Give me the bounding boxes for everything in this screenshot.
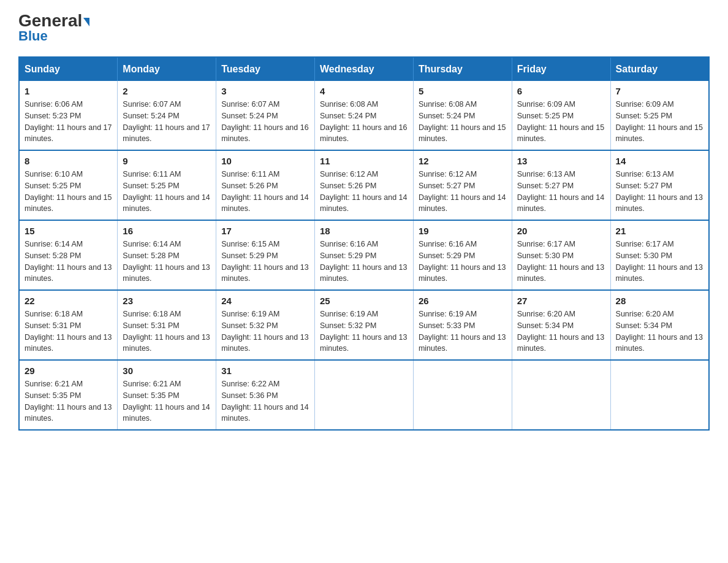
calendar-cell: 16Sunrise: 6:14 AMSunset: 5:28 PMDayligh…: [118, 220, 216, 290]
day-info: Sunrise: 6:16 AMSunset: 5:29 PMDaylight:…: [419, 239, 507, 285]
day-number: 7: [616, 86, 703, 96]
calendar-cell: 10Sunrise: 6:11 AMSunset: 5:26 PMDayligh…: [216, 150, 315, 220]
day-number: 16: [123, 226, 211, 236]
calendar-cell: 29Sunrise: 6:21 AMSunset: 5:35 PMDayligh…: [19, 360, 118, 430]
day-info: Sunrise: 6:14 AMSunset: 5:28 PMDaylight:…: [123, 239, 211, 285]
calendar-header-friday: Friday: [512, 57, 610, 81]
calendar-header-wednesday: Wednesday: [315, 57, 414, 81]
day-number: 31: [221, 366, 309, 376]
calendar-week-row: 15Sunrise: 6:14 AMSunset: 5:28 PMDayligh…: [19, 220, 709, 290]
calendar-week-row: 22Sunrise: 6:18 AMSunset: 5:31 PMDayligh…: [19, 290, 709, 360]
day-number: 4: [320, 86, 408, 96]
calendar-cell: 18Sunrise: 6:16 AMSunset: 5:29 PMDayligh…: [315, 220, 414, 290]
calendar-header-thursday: Thursday: [413, 57, 512, 81]
day-number: 18: [320, 226, 408, 236]
calendar-header-row: SundayMondayTuesdayWednesdayThursdayFrid…: [19, 57, 709, 81]
calendar-table: SundayMondayTuesdayWednesdayThursdayFrid…: [18, 56, 710, 431]
day-number: 5: [419, 86, 507, 96]
day-number: 28: [616, 296, 703, 306]
calendar-cell: 22Sunrise: 6:18 AMSunset: 5:31 PMDayligh…: [19, 290, 118, 360]
calendar-week-row: 29Sunrise: 6:21 AMSunset: 5:35 PMDayligh…: [19, 360, 709, 430]
calendar-cell: 5Sunrise: 6:08 AMSunset: 5:24 PMDaylight…: [413, 81, 512, 150]
calendar-cell: 6Sunrise: 6:09 AMSunset: 5:25 PMDaylight…: [512, 81, 610, 150]
day-number: 9: [123, 156, 211, 166]
day-number: 21: [616, 226, 703, 236]
calendar-cell: 7Sunrise: 6:09 AMSunset: 5:25 PMDaylight…: [610, 81, 709, 150]
day-number: 8: [25, 156, 112, 166]
calendar-cell: 31Sunrise: 6:22 AMSunset: 5:36 PMDayligh…: [216, 360, 315, 430]
day-info: Sunrise: 6:06 AMSunset: 5:23 PMDaylight:…: [25, 99, 112, 145]
day-number: 24: [221, 296, 309, 306]
day-number: 22: [25, 296, 112, 306]
calendar-cell: 15Sunrise: 6:14 AMSunset: 5:28 PMDayligh…: [19, 220, 118, 290]
calendar-header-tuesday: Tuesday: [216, 57, 315, 81]
calendar-cell: 27Sunrise: 6:20 AMSunset: 5:34 PMDayligh…: [512, 290, 610, 360]
day-info: Sunrise: 6:10 AMSunset: 5:25 PMDaylight:…: [25, 169, 112, 215]
calendar-cell: 26Sunrise: 6:19 AMSunset: 5:33 PMDayligh…: [413, 290, 512, 360]
day-info: Sunrise: 6:17 AMSunset: 5:30 PMDaylight:…: [517, 239, 605, 285]
day-number: 20: [517, 226, 605, 236]
calendar-cell: 28Sunrise: 6:20 AMSunset: 5:34 PMDayligh…: [610, 290, 709, 360]
day-number: 6: [517, 86, 605, 96]
day-info: Sunrise: 6:15 AMSunset: 5:29 PMDaylight:…: [221, 239, 309, 285]
day-info: Sunrise: 6:19 AMSunset: 5:32 PMDaylight:…: [221, 308, 309, 354]
calendar-cell: 20Sunrise: 6:17 AMSunset: 5:30 PMDayligh…: [512, 220, 610, 290]
day-info: Sunrise: 6:12 AMSunset: 5:27 PMDaylight:…: [419, 169, 507, 215]
day-info: Sunrise: 6:19 AMSunset: 5:32 PMDaylight:…: [320, 308, 408, 354]
day-info: Sunrise: 6:20 AMSunset: 5:34 PMDaylight:…: [616, 308, 703, 354]
day-info: Sunrise: 6:11 AMSunset: 5:25 PMDaylight:…: [123, 169, 211, 215]
day-number: 13: [517, 156, 605, 166]
day-info: Sunrise: 6:21 AMSunset: 5:35 PMDaylight:…: [123, 378, 211, 424]
calendar-cell: 30Sunrise: 6:21 AMSunset: 5:35 PMDayligh…: [118, 360, 216, 430]
calendar-header-monday: Monday: [118, 57, 216, 81]
day-info: Sunrise: 6:18 AMSunset: 5:31 PMDaylight:…: [25, 308, 112, 354]
day-info: Sunrise: 6:07 AMSunset: 5:24 PMDaylight:…: [123, 99, 211, 145]
logo: General Blue: [18, 12, 89, 44]
calendar-cell: 24Sunrise: 6:19 AMSunset: 5:32 PMDayligh…: [216, 290, 315, 360]
day-info: Sunrise: 6:12 AMSunset: 5:26 PMDaylight:…: [320, 169, 408, 215]
day-number: 3: [221, 86, 309, 96]
calendar-cell: [610, 360, 709, 430]
day-number: 14: [616, 156, 703, 166]
day-number: 19: [419, 226, 507, 236]
logo-triangle-icon: [83, 18, 89, 26]
calendar-cell: 8Sunrise: 6:10 AMSunset: 5:25 PMDaylight…: [19, 150, 118, 220]
day-number: 23: [123, 296, 211, 306]
day-number: 1: [25, 86, 112, 96]
calendar-cell: 25Sunrise: 6:19 AMSunset: 5:32 PMDayligh…: [315, 290, 414, 360]
day-info: Sunrise: 6:13 AMSunset: 5:27 PMDaylight:…: [616, 169, 703, 215]
day-info: Sunrise: 6:09 AMSunset: 5:25 PMDaylight:…: [517, 99, 605, 145]
calendar-header-sunday: Sunday: [19, 57, 118, 81]
calendar-cell: 11Sunrise: 6:12 AMSunset: 5:26 PMDayligh…: [315, 150, 414, 220]
day-info: Sunrise: 6:08 AMSunset: 5:24 PMDaylight:…: [419, 99, 507, 145]
day-info: Sunrise: 6:18 AMSunset: 5:31 PMDaylight:…: [123, 308, 211, 354]
calendar-cell: 3Sunrise: 6:07 AMSunset: 5:24 PMDaylight…: [216, 81, 315, 150]
day-number: 11: [320, 156, 408, 166]
day-info: Sunrise: 6:19 AMSunset: 5:33 PMDaylight:…: [419, 308, 507, 354]
day-number: 26: [419, 296, 507, 306]
day-info: Sunrise: 6:11 AMSunset: 5:26 PMDaylight:…: [221, 169, 309, 215]
calendar-cell: 17Sunrise: 6:15 AMSunset: 5:29 PMDayligh…: [216, 220, 315, 290]
day-info: Sunrise: 6:21 AMSunset: 5:35 PMDaylight:…: [25, 378, 112, 424]
day-info: Sunrise: 6:22 AMSunset: 5:36 PMDaylight:…: [221, 378, 309, 424]
day-number: 25: [320, 296, 408, 306]
calendar-cell: 2Sunrise: 6:07 AMSunset: 5:24 PMDaylight…: [118, 81, 216, 150]
day-info: Sunrise: 6:14 AMSunset: 5:28 PMDaylight:…: [25, 239, 112, 285]
day-number: 30: [123, 366, 211, 376]
logo-blue: Blue: [18, 28, 48, 44]
day-number: 17: [221, 226, 309, 236]
calendar-cell: [315, 360, 414, 430]
day-info: Sunrise: 6:17 AMSunset: 5:30 PMDaylight:…: [616, 239, 703, 285]
calendar-cell: 4Sunrise: 6:08 AMSunset: 5:24 PMDaylight…: [315, 81, 414, 150]
day-info: Sunrise: 6:08 AMSunset: 5:24 PMDaylight:…: [320, 99, 408, 145]
calendar-cell: 21Sunrise: 6:17 AMSunset: 5:30 PMDayligh…: [610, 220, 709, 290]
calendar-cell: 14Sunrise: 6:13 AMSunset: 5:27 PMDayligh…: [610, 150, 709, 220]
day-number: 2: [123, 86, 211, 96]
calendar-cell: 19Sunrise: 6:16 AMSunset: 5:29 PMDayligh…: [413, 220, 512, 290]
calendar-cell: 1Sunrise: 6:06 AMSunset: 5:23 PMDaylight…: [19, 81, 118, 150]
day-info: Sunrise: 6:16 AMSunset: 5:29 PMDaylight:…: [320, 239, 408, 285]
calendar-week-row: 8Sunrise: 6:10 AMSunset: 5:25 PMDaylight…: [19, 150, 709, 220]
day-info: Sunrise: 6:13 AMSunset: 5:27 PMDaylight:…: [517, 169, 605, 215]
calendar-cell: 23Sunrise: 6:18 AMSunset: 5:31 PMDayligh…: [118, 290, 216, 360]
calendar-body: 1Sunrise: 6:06 AMSunset: 5:23 PMDaylight…: [19, 81, 709, 430]
